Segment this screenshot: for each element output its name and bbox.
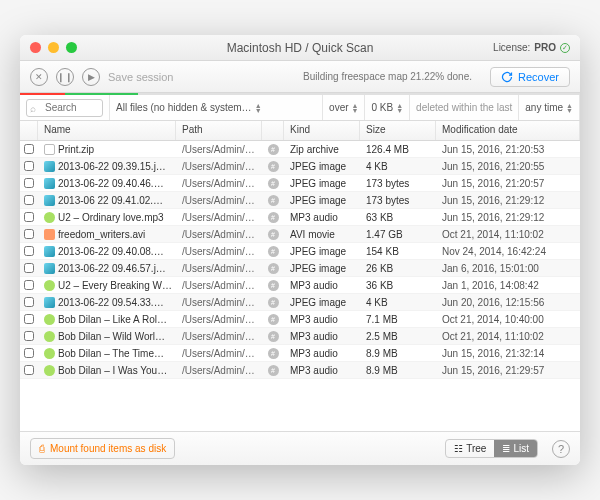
tag-icon: # (262, 161, 284, 172)
file-kind: MP3 audio (284, 348, 360, 359)
table-row[interactable]: Print.zip/Users/Admin/D…#Zip archive126.… (20, 141, 580, 158)
play-button[interactable]: ▶ (82, 68, 100, 86)
recover-icon (501, 71, 513, 83)
row-checkbox[interactable] (20, 195, 38, 205)
table-row[interactable]: U2 – Every Breaking W…/Users/Admin/M…#MP… (20, 277, 580, 294)
size-val-filter[interactable]: 0 KB ▲▼ (365, 95, 410, 120)
file-path: /Users/Admin/M… (176, 280, 262, 291)
row-checkbox[interactable] (20, 280, 38, 290)
license-label: License: (493, 42, 530, 53)
file-size: 1.47 GB (360, 229, 436, 240)
mount-button[interactable]: ⎙ Mount found items as disk (30, 438, 175, 459)
table-row[interactable]: 2013-06 22 09.41.02.…/Users/Admin/P…#JPE… (20, 192, 580, 209)
search-icon: ⌕ (30, 102, 36, 113)
row-checkbox[interactable] (20, 331, 38, 341)
file-name: 2013-06-22 09.54.33.… (38, 297, 176, 308)
row-checkbox[interactable] (20, 314, 38, 324)
view-toggle: ☷ Tree ≣ List (445, 439, 538, 458)
table-row[interactable]: U2 – Ordinary love.mp3/Users/Admin/M…#MP… (20, 209, 580, 226)
col-name[interactable]: Name (38, 121, 176, 140)
col-kind[interactable]: Kind (284, 121, 360, 140)
file-path: /Users/Admin/M… (176, 212, 262, 223)
file-kind: MP3 audio (284, 365, 360, 376)
file-size: 26 KB (360, 263, 436, 274)
table-row[interactable]: Bob Dilan – The Time…/Users/Admin/M…#MP3… (20, 345, 580, 362)
tag-icon: # (262, 212, 284, 223)
file-mod: Jun 15, 2016, 21:29:57 (436, 365, 580, 376)
file-kind: Zip archive (284, 144, 360, 155)
tag-icon: # (262, 365, 284, 376)
time-filter[interactable]: any time ▲▼ (519, 95, 580, 120)
file-path: /Users/Admin/M… (176, 331, 262, 342)
file-size: 7.1 MB (360, 314, 436, 325)
file-path: /Users/Admin/P… (176, 246, 262, 257)
file-icon (44, 229, 55, 240)
row-checkbox[interactable] (20, 297, 38, 307)
table-row[interactable]: 2013-06-22 09.40.46.…/Users/Admin/P…#JPE… (20, 175, 580, 192)
tag-icon: # (262, 144, 284, 155)
file-path: /Users/Admin/… (176, 229, 262, 240)
file-icon (44, 178, 55, 189)
list-view-button[interactable]: ≣ List (494, 440, 537, 457)
file-name: 2013-06-22 09.46.57.j… (38, 263, 176, 274)
license-tier: PRO (534, 42, 556, 53)
search-input[interactable] (26, 99, 103, 117)
file-type-filter[interactable]: All files (no hidden & system… ▲▼ (110, 95, 323, 120)
col-size[interactable]: Size (360, 121, 436, 140)
disk-icon: ⎙ (39, 443, 45, 454)
file-icon (44, 348, 55, 359)
row-checkbox[interactable] (20, 263, 38, 273)
recover-button[interactable]: Recover (490, 67, 570, 87)
row-checkbox[interactable] (20, 348, 38, 358)
row-checkbox[interactable] (20, 212, 38, 222)
file-mod: Jun 15, 2016, 21:32:14 (436, 348, 580, 359)
row-checkbox[interactable] (20, 246, 38, 256)
file-size: 8.9 MB (360, 365, 436, 376)
mount-label: Mount found items as disk (50, 443, 166, 454)
file-icon (44, 331, 55, 342)
file-list[interactable]: Print.zip/Users/Admin/D…#Zip archive126.… (20, 141, 580, 431)
save-session-button[interactable]: Save session (108, 71, 173, 83)
table-row[interactable]: 2013-06-22 09.46.57.j…/Users/Admin/P…#JP… (20, 260, 580, 277)
table-row[interactable]: Bob Dilan – Wild Worl…/Users/Admin/M…#MP… (20, 328, 580, 345)
file-size: 126.4 MB (360, 144, 436, 155)
file-kind: JPEG image (284, 297, 360, 308)
file-mod: Jun 15, 2016, 21:20:53 (436, 144, 580, 155)
col-path[interactable]: Path (176, 121, 262, 140)
file-icon (44, 212, 55, 223)
file-name: 2013-06 22 09.41.02.… (38, 195, 176, 206)
file-mod: Jun 15, 2016, 21:29:12 (436, 195, 580, 206)
table-row[interactable]: freedom_writers.avi/Users/Admin/…#AVI mo… (20, 226, 580, 243)
row-checkbox[interactable] (20, 178, 38, 188)
row-checkbox[interactable] (20, 229, 38, 239)
toolbar: ✕ ❙❙ ▶ Save session Building freespace m… (20, 61, 580, 93)
file-icon (44, 314, 55, 325)
stop-button[interactable]: ✕ (30, 68, 48, 86)
file-name: U2 – Ordinary love.mp3 (38, 212, 176, 223)
row-checkbox[interactable] (20, 161, 38, 171)
file-kind: JPEG image (284, 263, 360, 274)
table-row[interactable]: 2013-06-22 09.39.15.j…/Users/Admin/P…#JP… (20, 158, 580, 175)
file-mod: Jan 6, 2016, 15:01:00 (436, 263, 580, 274)
file-mod: Oct 21, 2014, 11:10:02 (436, 331, 580, 342)
file-kind: MP3 audio (284, 314, 360, 325)
file-name: Bob Dilan – I Was You… (38, 365, 176, 376)
pause-button[interactable]: ❙❙ (56, 68, 74, 86)
help-button[interactable]: ? (552, 440, 570, 458)
size-op-filter[interactable]: over ▲▼ (323, 95, 365, 120)
row-checkbox[interactable] (20, 144, 38, 154)
col-mod[interactable]: Modification date (436, 121, 580, 140)
tag-icon: # (262, 331, 284, 342)
row-checkbox[interactable] (20, 365, 38, 375)
file-size: 173 bytes (360, 178, 436, 189)
tag-icon: # (262, 280, 284, 291)
table-row[interactable]: Bob Dilan – Like A Rol…/Users/Admin/M…#M… (20, 311, 580, 328)
table-row[interactable]: 2013-06-22 09.40.08.…/Users/Admin/P…#JPE… (20, 243, 580, 260)
footer: ⎙ Mount found items as disk ☷ Tree ≣ Lis… (20, 431, 580, 465)
tree-view-button[interactable]: ☷ Tree (446, 440, 494, 457)
table-row[interactable]: Bob Dilan – I Was You…/Users/Admin/M…#MP… (20, 362, 580, 379)
chevron-updown-icon: ▲▼ (255, 103, 262, 113)
table-row[interactable]: 2013-06-22 09.54.33.…/Users/Admin/P…#JPE… (20, 294, 580, 311)
file-size: 63 KB (360, 212, 436, 223)
file-mod: Nov 24, 2014, 16:42:24 (436, 246, 580, 257)
